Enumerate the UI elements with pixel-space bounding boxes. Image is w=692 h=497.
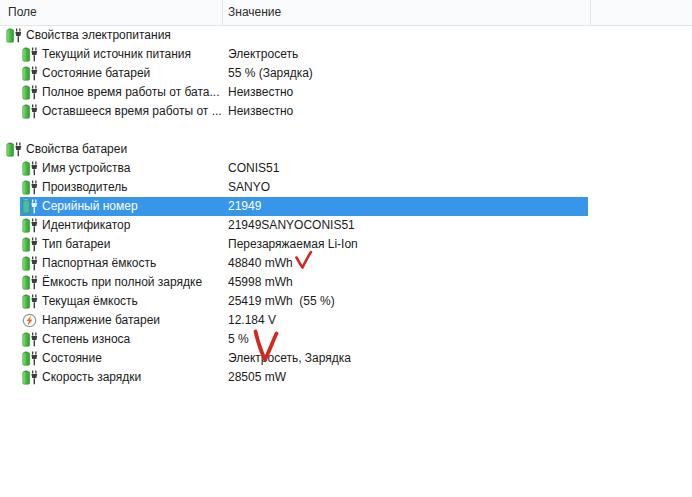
table-row[interactable]: Тип батареи Перезаряжаемая Li-Ion: [0, 235, 692, 254]
table-row[interactable]: Идентификатор 21949SANYOCONIS51: [0, 216, 692, 235]
field-label: Производитель: [42, 178, 127, 197]
field-label: Имя устройства: [42, 159, 131, 178]
field-label: Идентификатор: [42, 216, 130, 235]
field-value: SANYO: [228, 178, 270, 197]
table-row[interactable]: Производитель SANYO: [0, 178, 692, 197]
battery-properties-panel: Поле Значение: [0, 0, 692, 497]
field-value: 21949SANYOCONIS51: [228, 216, 355, 235]
row-icon-wrap: [22, 370, 38, 385]
field-label: Свойства электропитания: [26, 26, 171, 45]
field-label: Скорость зарядки: [42, 368, 141, 387]
field-label: Степень износа: [42, 330, 130, 349]
table-row[interactable]: Ёмкость при полной зарядке 45998 mWh: [0, 273, 692, 292]
battery-plug-icon: [22, 161, 38, 176]
table-row[interactable]: Состояние Электросеть, Зарядка: [0, 349, 692, 368]
row-icon-wrap: [22, 218, 38, 233]
field-value: Неизвестно: [228, 102, 293, 121]
row-icon-wrap: [22, 332, 38, 347]
row-icon-wrap: [22, 275, 38, 290]
column-divider[interactable]: [590, 0, 591, 25]
column-header-field[interactable]: Поле: [8, 0, 37, 25]
field-value: 48840 mWh: [228, 254, 293, 273]
row-icon-wrap: [22, 199, 38, 214]
battery-plug-icon: [22, 66, 38, 81]
table-row[interactable]: Состояние батарей 55 % (Зарядка): [0, 64, 692, 83]
battery-plug-icon: [22, 351, 38, 366]
row-icon-wrap: [22, 351, 38, 366]
column-divider[interactable]: [222, 0, 223, 25]
row-icon-wrap: [6, 142, 22, 157]
field-label: Текущий источник питания: [42, 45, 191, 64]
battery-plug-icon: [22, 180, 38, 195]
field-label: Напряжение батареи: [42, 311, 160, 330]
field-value: 55 % (Зарядка): [228, 64, 313, 83]
row-icon-wrap: [22, 66, 38, 81]
field-value: Неизвестно: [228, 83, 293, 102]
field-value: Электросеть: [228, 45, 298, 64]
table-row[interactable]: Оставшееся время работы от ... Неизвестн…: [0, 102, 692, 121]
table-row[interactable]: Степень износа 5 %: [0, 330, 692, 349]
table-row[interactable]: Напряжение батареи 12.184 V: [0, 311, 692, 330]
field-value: 5 %: [228, 330, 249, 349]
field-value: 12.184 V: [228, 311, 276, 330]
field-label: Ёмкость при полной зарядке: [42, 273, 202, 292]
row-icon-wrap: [22, 180, 38, 195]
row-icon-wrap: [22, 85, 38, 100]
row-icon-wrap: [22, 313, 38, 328]
field-label: Свойства батареи: [26, 140, 127, 159]
field-value: 21949: [228, 197, 261, 216]
table-row[interactable]: Имя устройства CONIS51: [0, 159, 692, 178]
table-row[interactable]: Полное время работы от бата... Неизвестн…: [0, 83, 692, 102]
battery-plug-icon: [22, 47, 38, 62]
field-value: 28505 mW: [228, 368, 286, 387]
row-icon-wrap: [22, 47, 38, 62]
battery-plug-icon: [6, 142, 22, 157]
battery-plug-icon: [6, 28, 22, 43]
field-value: 25419 mWh (55 %): [228, 292, 335, 311]
row-icon-wrap: [22, 161, 38, 176]
table-row[interactable]: Текущая ёмкость 25419 mWh (55 %): [0, 292, 692, 311]
battery-plug-icon: [22, 370, 38, 385]
row-icon-wrap: [22, 237, 38, 252]
field-value: CONIS51: [228, 159, 279, 178]
table-row[interactable]: [0, 121, 692, 140]
list-column-header: Поле Значение: [0, 0, 692, 26]
table-row[interactable]: Скорость зарядки 28505 mW: [0, 368, 692, 387]
field-label: Состояние батарей: [42, 64, 150, 83]
property-list: Свойства электропитания: [0, 26, 692, 387]
table-row[interactable]: Текущий источник питания Электросеть: [0, 45, 692, 64]
battery-plug-icon: [22, 85, 38, 100]
field-label: Состояние: [42, 349, 102, 368]
battery-plug-icon: [22, 256, 38, 271]
table-row[interactable]: Свойства батареи: [0, 140, 692, 159]
field-label: Текущая ёмкость: [42, 292, 138, 311]
field-label: Паспортная ёмкость: [42, 254, 156, 273]
battery-plug-icon: [22, 275, 38, 290]
field-label: Серийный номер: [42, 197, 138, 216]
table-row[interactable]: Паспортная ёмкость 48840 mWh: [0, 254, 692, 273]
battery-plug-icon: [22, 218, 38, 233]
voltage-icon: [22, 313, 37, 328]
field-label: Полное время работы от бата...: [42, 83, 220, 102]
field-value: 45998 mWh: [228, 273, 293, 292]
field-label: Тип батареи: [42, 235, 110, 254]
row-icon-wrap: [22, 256, 38, 271]
table-row[interactable]: Серийный номер 21949: [0, 197, 692, 216]
table-row[interactable]: Свойства электропитания: [0, 26, 692, 45]
row-icon-wrap: [22, 294, 38, 309]
battery-plug-icon: [22, 294, 38, 309]
row-icon-wrap: [6, 28, 22, 43]
battery-plug-icon: [22, 332, 38, 347]
battery-plug-icon: [22, 104, 38, 119]
field-value: Перезаряжаемая Li-Ion: [228, 235, 358, 254]
field-label: Оставшееся время работы от ...: [42, 102, 222, 121]
column-header-value[interactable]: Значение: [228, 0, 281, 25]
row-icon-wrap: [22, 104, 38, 119]
field-value: Электросеть, Зарядка: [228, 349, 351, 368]
battery-plug-icon: [22, 237, 38, 252]
battery-plug-icon: [22, 199, 38, 214]
